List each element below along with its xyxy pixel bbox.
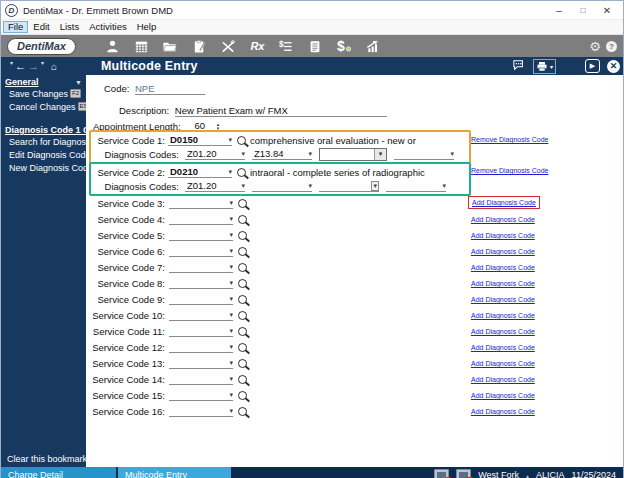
clear-bookmark-link[interactable]: Clear this bookmark <box>7 454 87 464</box>
search-icon[interactable] <box>238 343 247 352</box>
search-icon[interactable] <box>238 199 247 208</box>
forward-icon[interactable]: → <box>28 61 39 72</box>
add-diagnosis-link[interactable]: Add Diagnosis Code <box>471 264 535 271</box>
menu-file[interactable]: File <box>3 21 28 33</box>
prescription-icon[interactable]: Rx <box>243 36 272 56</box>
close-button[interactable]: ✕ <box>595 2 619 18</box>
search-icon[interactable] <box>238 327 247 336</box>
service-code-select[interactable]: ▾ <box>169 197 233 209</box>
menu-help[interactable]: Help <box>132 21 162 33</box>
search-icon[interactable] <box>238 375 247 384</box>
search-icon[interactable] <box>238 311 247 320</box>
tab-multicode-entry[interactable]: Multicode Entry <box>118 467 231 478</box>
search-icon[interactable] <box>238 279 247 288</box>
search-icon[interactable] <box>238 215 247 224</box>
report-icon[interactable] <box>301 36 330 56</box>
tab-charge-detail[interactable]: Charge Detail <box>1 467 116 478</box>
diagnosis-2-3-select[interactable]: ▾ <box>319 180 379 192</box>
service-code-select[interactable]: ▾ <box>169 309 233 321</box>
search-icon[interactable] <box>237 168 246 177</box>
description-input[interactable]: New Patient Exam w/ FMX <box>175 105 387 117</box>
service-code-select[interactable]: ▾ <box>169 277 233 289</box>
sidebar-section-diagnosis-code[interactable]: Diagnosis Code 1 C ▼ <box>1 123 86 135</box>
sidebar-item-search-diagnosis[interactable]: Search for Diagnosi... <box>1 135 86 148</box>
service-code-select[interactable]: ▾ <box>169 261 233 273</box>
add-diagnosis-link[interactable]: Add Diagnosis Code <box>471 360 535 367</box>
search-icon[interactable] <box>237 136 246 145</box>
payment-icon[interactable]: $ <box>330 36 359 56</box>
chat-icon[interactable] <box>512 57 526 75</box>
diagnosis-2-2-select[interactable]: ▾ <box>252 180 312 192</box>
spinner-icon[interactable]: ▴▾ <box>217 122 220 130</box>
service-code-select[interactable]: ▾ <box>169 405 233 417</box>
search-icon[interactable] <box>238 295 247 304</box>
service-code-2-select[interactable]: D0210 ▾ <box>168 166 232 178</box>
service-code-select[interactable]: ▾ <box>169 213 233 225</box>
ledger-icon[interactable]: $ <box>272 36 301 56</box>
sidebar-section-general[interactable]: General ▼ <box>1 75 86 87</box>
diagnosis-1-1-select[interactable]: Z01.20 ▾ <box>185 148 245 160</box>
add-diagnosis-link[interactable]: Add Diagnosis Code <box>471 392 535 399</box>
search-icon[interactable] <box>238 359 247 368</box>
location-label[interactable]: West Fork <box>478 470 519 478</box>
diagnosis-1-3-select[interactable]: ▾ <box>319 148 387 161</box>
add-diagnosis-link[interactable]: Add Diagnosis Code <box>471 408 535 415</box>
sidebar-item-new-diagnosis[interactable]: New Diagnosis Code... <box>1 161 86 174</box>
search-icon[interactable] <box>238 407 247 416</box>
search-icon[interactable] <box>238 231 247 240</box>
analytics-icon[interactable] <box>359 36 388 56</box>
add-diagnosis-link[interactable]: Add Diagnosis Code <box>471 312 535 319</box>
service-code-select[interactable]: ▾ <box>169 357 233 369</box>
service-code-select[interactable]: ▾ <box>169 293 233 305</box>
sidebar-item-save-changes[interactable]: Save Changes F2 <box>1 87 86 100</box>
gear-icon[interactable]: ⚙ <box>589 40 601 53</box>
help-icon[interactable]: ? <box>606 41 617 52</box>
add-diagnosis-link[interactable]: Add Diagnosis Code <box>471 296 535 303</box>
add-diagnosis-link[interactable]: Add Diagnosis Code <box>471 280 535 287</box>
search-icon[interactable] <box>238 263 247 272</box>
location-dropdown-icon[interactable]: ▴ <box>526 472 529 478</box>
service-code-select[interactable]: ▾ <box>169 341 233 353</box>
sidebar-item-cancel-changes[interactable]: Cancel Changes ESC <box>1 100 86 113</box>
service-code-select[interactable]: ▾ <box>169 373 233 385</box>
patient-icon[interactable] <box>98 36 127 56</box>
service-code-1-select[interactable]: D0150 ▾ <box>168 134 232 146</box>
menu-lists[interactable]: Lists <box>55 21 85 33</box>
back-icon[interactable]: ← <box>15 61 26 72</box>
search-icon[interactable] <box>238 391 247 400</box>
menu-edit[interactable]: Edit <box>28 21 54 33</box>
service-code-select[interactable]: ▾ <box>169 389 233 401</box>
open-folder-icon[interactable] <box>156 36 185 56</box>
maximize-button[interactable]: □ <box>571 2 595 18</box>
diagnosis-2-4-select[interactable]: ▾ <box>386 180 446 192</box>
run-icon[interactable]: ▶ <box>585 59 600 73</box>
alerts-icon[interactable]: 25 <box>456 469 471 478</box>
code-input[interactable]: NPE <box>135 83 205 95</box>
close-panel-icon[interactable]: ✕ <box>607 60 620 73</box>
clipboard-edit-icon[interactable] <box>185 36 214 56</box>
instruments-icon[interactable] <box>214 36 243 56</box>
remove-diagnosis-link-1[interactable]: Remove Diagnosis Code <box>471 136 548 143</box>
remove-diagnosis-link-2[interactable]: Remove Diagnosis Code <box>471 167 548 174</box>
minimize-button[interactable]: – <box>547 2 571 18</box>
messages-icon[interactable]: 1 <box>434 469 449 478</box>
add-diagnosis-link[interactable]: Add Diagnosis Code <box>471 344 535 351</box>
diagnosis-2-1-select[interactable]: Z01.20 ▾ <box>185 180 245 192</box>
service-code-select[interactable]: ▾ <box>169 245 233 257</box>
add-diagnosis-link[interactable]: Add Diagnosis Code <box>471 248 535 255</box>
add-diagnosis-link[interactable]: Add Diagnosis Code <box>468 196 540 209</box>
service-code-select[interactable]: ▾ <box>169 229 233 241</box>
diagnosis-1-2-select[interactable]: Z13.84 ▾ <box>252 148 312 160</box>
back-menu-chevron-icon[interactable]: ▾ <box>10 58 13 69</box>
add-diagnosis-link[interactable]: Add Diagnosis Code <box>471 328 535 335</box>
forward-menu-chevron-icon[interactable]: ▾ <box>41 58 44 69</box>
add-diagnosis-link[interactable]: Add Diagnosis Code <box>471 376 535 383</box>
calendar-icon[interactable] <box>127 36 156 56</box>
add-diagnosis-link[interactable]: Add Diagnosis Code <box>471 216 535 223</box>
service-code-select[interactable]: ▾ <box>169 325 233 337</box>
sidebar-item-edit-diagnosis[interactable]: Edit Diagnosis Code ... <box>1 148 86 161</box>
home-icon[interactable]: ⌂ <box>51 61 57 72</box>
print-dropdown[interactable]: ▾ <box>533 59 556 74</box>
search-icon[interactable] <box>238 247 247 256</box>
add-diagnosis-link[interactable]: Add Diagnosis Code <box>471 232 535 239</box>
